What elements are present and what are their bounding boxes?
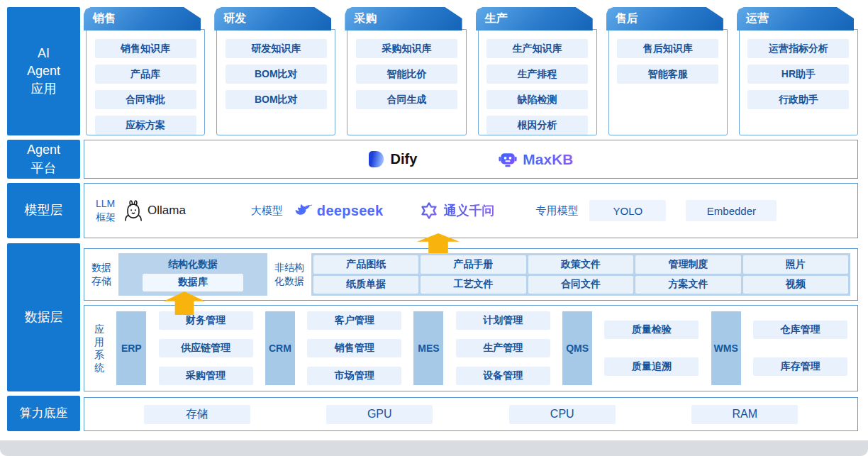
layer-label-agent-platform: Agent 平台 <box>7 140 80 179</box>
column-production-header: 生产 <box>476 7 593 30</box>
app-chip: 销售知识库 <box>95 39 196 58</box>
column-procurement-body: 采购知识库 智能比价 合同生成 <box>347 29 466 135</box>
ollama-label: Ollama <box>148 204 186 218</box>
column-sales-header: 销售 <box>84 7 201 30</box>
system-bar-erp: ERP <box>116 311 146 385</box>
structured-data-panel: 结构化数据 数据库 <box>118 253 267 296</box>
application-systems-row: 应 用 系 统 ERP 财务管理 供应链管理 采购管理 CRM 客户管理 销售管… <box>84 305 858 391</box>
system-chip: 设备管理 <box>456 367 550 385</box>
system-chip: 计划管理 <box>456 311 550 330</box>
column-rnd-body: 研发知识库 BOM比对 BOM比对 <box>216 29 335 135</box>
column-sales: 销售 销售知识库 产品库 合同审批 应标方案 <box>84 7 205 135</box>
agent-platform-row: Dify MaxKB <box>84 140 858 179</box>
app-chip: 生产排程 <box>486 65 588 84</box>
unstructured-chip: 方案文件 <box>635 276 740 294</box>
column-production-body: 生产知识库 生产排程 缺陷检测 根因分析 <box>478 29 597 135</box>
system-bar-crm: CRM <box>265 311 295 385</box>
deepseek-whale-icon <box>293 203 313 218</box>
maxkb-logo-group: MaxKB <box>499 150 573 169</box>
unstructured-chip: 产品图纸 <box>313 255 418 274</box>
app-chip: 合同生成 <box>356 90 457 109</box>
model-layer-row: LLM 框架 Ollama 大模型 deepseek <box>84 183 858 238</box>
structured-data-title: 结构化数据 <box>168 258 218 271</box>
qwen-logo-group: 通义千问 <box>420 201 494 220</box>
column-aftersales-body: 售后知识库 智能客服 <box>608 29 728 135</box>
system-chip: 财务管理 <box>159 311 253 330</box>
app-chip: 行政助手 <box>747 90 849 109</box>
system-items-crm: 客户管理 销售管理 市场管理 <box>307 311 401 385</box>
app-chip: 智能客服 <box>617 65 718 84</box>
agent-apps-row: 销售 销售知识库 产品库 合同审批 应标方案 研发 研发知识库 BOM比对 BO… <box>84 7 858 135</box>
system-items-mes: 计划管理 生产管理 设备管理 <box>456 311 550 385</box>
app-chip: 售后知识库 <box>617 39 718 58</box>
unstructured-chip: 合同文件 <box>528 276 633 294</box>
system-items-qms: 质量检验 质量追溯 <box>604 311 699 385</box>
unstructured-data-panel: 产品图纸 产品手册 政策文件 管理制度 照片 纸质单据 工艺文件 合同文件 方案… <box>311 253 850 296</box>
column-operations-header: 运营 <box>737 7 854 30</box>
system-bar-qms: QMS <box>562 311 592 385</box>
unstructured-chip: 视频 <box>743 276 848 294</box>
app-chip: 产品库 <box>95 65 196 84</box>
unstructured-chip: 政策文件 <box>528 255 633 274</box>
system-chip: 销售管理 <box>307 339 401 357</box>
system-items-wms: 仓库管理 库存管理 <box>753 311 847 385</box>
unstructured-data-label: 非结构 化数据 <box>274 261 304 288</box>
unstructured-chip: 产品手册 <box>421 255 525 274</box>
unstructured-chip: 管理制度 <box>635 255 740 274</box>
data-storage-row: 数据 存储 结构化数据 数据库 非结构 化数据 产品图纸 产品手册 政策文件 管… <box>84 248 858 301</box>
column-procurement: 采购 采购知识库 智能比价 合同生成 <box>345 7 466 135</box>
column-operations-body: 运营指标分析 HR助手 行政助手 <box>739 29 858 135</box>
data-storage-label: 数据 存储 <box>91 261 111 288</box>
architecture-diagram: AI Agent 应用 Agent 平台 模型层 数据层 算力底座 销售 销售知… <box>0 0 868 456</box>
layer-label-compute-base: 算力底座 <box>7 396 80 431</box>
system-chip: 客户管理 <box>307 311 401 330</box>
system-bar-mes: MES <box>413 311 443 385</box>
compute-chip-gpu: GPU <box>326 405 433 424</box>
system-bar-wms: WMS <box>711 311 741 385</box>
compute-chip-storage: 存储 <box>144 405 250 424</box>
column-rnd-header: 研发 <box>214 7 331 30</box>
column-sales-body: 销售知识库 产品库 合同审批 应标方案 <box>86 29 205 135</box>
app-chip: 缺陷检测 <box>486 90 588 109</box>
dify-logo-icon <box>369 151 384 167</box>
system-chip: 质量追溯 <box>604 357 699 376</box>
qwen-label: 通义千问 <box>443 202 494 219</box>
column-aftersales: 售后 售后知识库 智能客服 <box>606 7 728 135</box>
compute-chip-ram: RAM <box>691 405 798 424</box>
dify-label: Dify <box>391 151 418 167</box>
system-chip: 供应链管理 <box>159 339 253 357</box>
app-chip: HR助手 <box>747 65 849 84</box>
system-items-erp: 财务管理 供应链管理 采购管理 <box>159 311 253 385</box>
system-chip: 质量检验 <box>604 321 699 339</box>
app-chip: 根因分析 <box>486 116 588 135</box>
layer-label-model-layer: 模型层 <box>7 183 80 238</box>
unstructured-chip: 照片 <box>743 255 848 274</box>
column-rnd: 研发 研发知识库 BOM比对 BOM比对 <box>214 7 335 135</box>
maxkb-robot-icon <box>499 150 517 169</box>
layer-label-ai-agent-apps: AI Agent 应用 <box>7 7 80 135</box>
column-operations: 运营 运营指标分析 HR助手 行政助手 <box>737 7 858 135</box>
llm-framework-label: LLM 框架 <box>96 197 116 224</box>
app-chip: BOM比对 <box>226 65 327 84</box>
dify-logo-group: Dify <box>369 151 418 167</box>
system-chip: 生产管理 <box>456 339 550 357</box>
app-chip: 生产知识库 <box>486 39 588 58</box>
ollama-logo-group: Ollama <box>124 200 186 221</box>
unstructured-chip: 工艺文件 <box>421 276 525 294</box>
app-chip: 运营指标分析 <box>747 39 849 58</box>
system-chip: 仓库管理 <box>753 321 847 339</box>
deepseek-logo-group: deepseek <box>293 203 384 219</box>
special-model-label: 专用模型 <box>535 204 578 218</box>
compute-base-row: 存储 GPU CPU RAM <box>84 397 858 431</box>
column-procurement-header: 采购 <box>345 7 462 30</box>
system-chip: 采购管理 <box>159 367 253 385</box>
app-chip: BOM比对 <box>226 90 327 109</box>
column-production: 生产 生产知识库 生产排程 缺陷检测 根因分析 <box>476 7 597 135</box>
unstructured-chip: 纸质单据 <box>313 276 418 294</box>
system-chip: 库存管理 <box>753 357 847 376</box>
app-chip: 合同审批 <box>95 90 196 109</box>
app-chip: 研发知识库 <box>226 39 327 58</box>
application-systems-label: 应 用 系 统 <box>94 323 104 374</box>
embedder-chip: Embedder <box>686 200 777 221</box>
compute-chip-cpu: CPU <box>509 405 616 424</box>
